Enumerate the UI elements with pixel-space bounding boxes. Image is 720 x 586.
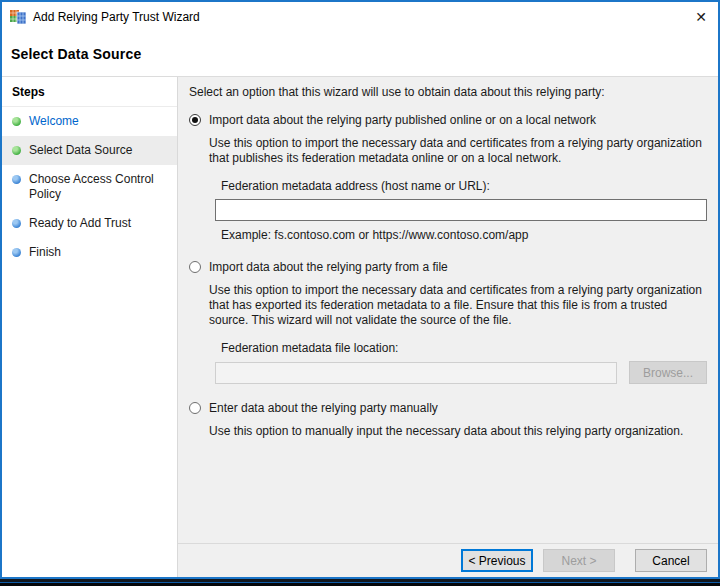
- wizard-content: Select an option that this wizard will u…: [178, 77, 718, 543]
- step-item-ready-to-add-trust: Ready to Add Trust: [2, 209, 177, 238]
- step-label: Ready to Add Trust: [29, 216, 131, 231]
- radio-unselected-icon[interactable]: [189, 402, 201, 414]
- cancel-button[interactable]: Cancel: [635, 549, 707, 572]
- page-title: Select Data Source: [11, 46, 141, 62]
- next-button: Next >: [543, 549, 615, 572]
- previous-button[interactable]: < Previous: [461, 549, 533, 572]
- step-label: Choose Access Control Policy: [29, 172, 169, 202]
- federation-metadata-file-input: [215, 362, 617, 384]
- radio-option-label[interactable]: Import data about the relying party publ…: [209, 113, 596, 128]
- federation-metadata-address-label: Federation metadata address (host name o…: [221, 179, 707, 194]
- radio-option-import-file[interactable]: Import data about the relying party from…: [189, 260, 707, 275]
- steps-header: Steps: [2, 77, 177, 107]
- browse-button: Browse...: [629, 361, 707, 384]
- intro-text: Select an option that this wizard will u…: [189, 85, 707, 100]
- radio-option-label[interactable]: Import data about the relying party from…: [209, 260, 448, 275]
- step-label: Welcome: [29, 114, 79, 129]
- close-icon[interactable]: ✕: [684, 2, 718, 32]
- radio-option-enter-manually[interactable]: Enter data about the relying party manua…: [189, 401, 707, 416]
- address-example-text: Example: fs.contoso.com or https://www.c…: [221, 228, 707, 243]
- step-item-welcome: Welcome: [2, 107, 177, 136]
- window-title: Add Relying Party Trust Wizard: [33, 10, 684, 24]
- background-edge: [0, 579, 720, 586]
- radio-selected-icon[interactable]: [189, 114, 201, 126]
- step-item-select-data-source: Select Data Source: [2, 136, 177, 165]
- step-upcoming-bullet-icon: [12, 248, 21, 257]
- federation-metadata-file-label: Federation metadata file location:: [221, 341, 707, 356]
- wizard-footer: < Previous Next > Cancel: [178, 543, 718, 577]
- steps-sidebar: Steps Welcome Select Data Source Choose …: [2, 77, 178, 577]
- relying-party-trust-icon: [10, 9, 26, 25]
- step-item-finish: Finish: [2, 238, 177, 267]
- option-description: Use this option to import the necessary …: [209, 283, 707, 328]
- option-description: Use this option to manually input the ne…: [209, 424, 707, 439]
- radio-option-label[interactable]: Enter data about the relying party manua…: [209, 401, 438, 416]
- step-item-choose-access-control-policy: Choose Access Control Policy: [2, 165, 177, 209]
- step-label: Select Data Source: [29, 143, 132, 158]
- federation-metadata-address-input[interactable]: [215, 199, 707, 221]
- step-label: Finish: [29, 245, 61, 260]
- step-upcoming-bullet-icon: [12, 175, 21, 184]
- page-header: Select Data Source: [2, 32, 718, 77]
- step-done-bullet-icon: [12, 146, 21, 155]
- step-done-bullet-icon: [12, 117, 21, 126]
- option-description: Use this option to import the necessary …: [209, 136, 707, 166]
- radio-unselected-icon[interactable]: [189, 261, 201, 273]
- step-upcoming-bullet-icon: [12, 219, 21, 228]
- wizard-window: Add Relying Party Trust Wizard ✕ Select …: [0, 0, 720, 579]
- title-bar: Add Relying Party Trust Wizard ✕: [2, 2, 718, 32]
- radio-option-import-online[interactable]: Import data about the relying party publ…: [189, 113, 707, 128]
